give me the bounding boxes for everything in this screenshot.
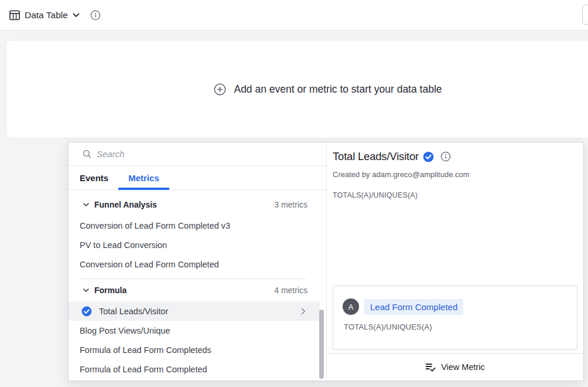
search-bar <box>69 142 326 166</box>
data-table-dropdown[interactable]: Data Table <box>9 10 80 21</box>
list-item-label: Conversion of Lead Form Completed <box>80 260 219 269</box>
list-item[interactable]: Formula of Lead Form Completed <box>69 359 326 379</box>
data-table-canvas: Add an event or metric to start your dat… <box>0 30 588 387</box>
search-icon <box>83 150 91 158</box>
metric-created-by: Created by adam.greco@amplitude.com <box>333 170 577 179</box>
section-header-formula[interactable]: Formula 4 metrics <box>69 279 326 301</box>
view-metric-label: View Metric <box>441 362 485 372</box>
chevron-down-icon <box>83 288 89 293</box>
page-title: Data Table <box>25 10 68 21</box>
list-item[interactable]: Blog Post Views/Unique <box>69 321 326 340</box>
list-check-icon <box>425 362 436 372</box>
metric-detail-panel: Total Leads/Visitor Created by adam.grec… <box>327 142 583 381</box>
view-metric-button[interactable]: View Metric <box>327 353 583 381</box>
event-name-chip[interactable]: Lead Form Completed <box>364 299 463 315</box>
chevron-right-icon <box>301 308 306 315</box>
info-icon[interactable] <box>440 151 451 162</box>
tab-metrics[interactable]: Metrics <box>118 166 169 189</box>
section-count: 3 metrics <box>274 200 307 209</box>
list-item-label: Conversion of Lead Form Completed v3 <box>80 221 230 230</box>
section-header-funnel-analysis[interactable]: Funnel Analysis 3 metrics <box>69 193 326 216</box>
metric-picker-popup: Events Metrics Funnel Analysis 3 metrics… <box>68 142 584 381</box>
picker-tabs: Events Metrics <box>69 166 326 190</box>
tab-events[interactable]: Events <box>70 166 118 189</box>
metric-title: Total Leads/Visitor <box>333 150 419 163</box>
chevron-down-icon <box>83 203 89 207</box>
tab-events-label: Events <box>80 173 108 183</box>
list-item[interactable]: Formula of Lead Form Completeds <box>69 340 326 359</box>
section-count: 4 metrics <box>274 286 307 295</box>
section-name: Funnel Analysis <box>94 200 157 209</box>
event-letter-avatar: A <box>343 298 359 315</box>
metric-formula: TOTALS(A)/UNIQUES(A) <box>333 191 577 199</box>
plus-circle-icon <box>214 83 226 96</box>
info-icon[interactable] <box>90 10 101 21</box>
chevron-down-icon <box>73 13 80 18</box>
add-event-or-metric-button[interactable]: Add an event or metric to start your dat… <box>214 83 442 96</box>
search-input[interactable] <box>97 149 317 159</box>
card-formula: TOTALS(A)/UNIQUES(A) <box>344 322 568 331</box>
verified-badge-icon <box>81 306 92 317</box>
top-bar: Data Table <box>0 0 588 30</box>
list-item[interactable]: PV to Lead Conversion <box>69 235 326 254</box>
metric-list-panel: Events Metrics Funnel Analysis 3 metrics… <box>69 142 327 381</box>
list-item-label: Formula of Lead Form Completed <box>80 365 207 374</box>
section-name: Formula <box>94 286 127 295</box>
metric-list: Funnel Analysis 3 metrics Conversion of … <box>69 190 326 381</box>
list-item-label: PV to Lead Conversion <box>80 240 167 250</box>
list-item[interactable]: Conversion of Lead Form Completed v3 <box>69 216 326 235</box>
list-item-label: Blog Post Views/Unique <box>80 326 170 335</box>
tab-metrics-label: Metrics <box>128 173 159 183</box>
verified-badge-icon <box>423 151 434 162</box>
empty-state-message: Add an event or metric to start your dat… <box>234 83 442 96</box>
list-item[interactable]: Conversion of Lead Form Completed <box>69 254 326 274</box>
metric-definition-card: A Lead Form Completed TOTALS(A)/UNIQUES(… <box>333 286 577 350</box>
topbar-edge-button[interactable] <box>582 5 588 25</box>
data-table-icon <box>9 10 20 21</box>
list-item-selected[interactable]: Total Leads/Visitor <box>69 301 320 321</box>
list-item-label: Formula of Lead Form Completeds <box>80 345 211 355</box>
list-item-label: Total Leads/Visitor <box>99 307 168 316</box>
empty-data-table-card: Add an event or metric to start your dat… <box>6 40 588 138</box>
scrollbar-thumb[interactable] <box>319 310 324 379</box>
